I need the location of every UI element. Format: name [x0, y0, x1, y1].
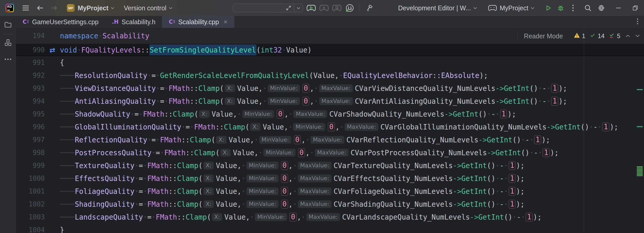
code-line-996[interactable]: 996GlobalIlluminationQuality·=·FMath::Cl…: [16, 120, 644, 133]
code-line-997[interactable]: 997ReflectionQuality·=·FMath::Clamp(X:Va…: [16, 133, 644, 146]
code-token: CVarFoliageQuality_NumLevels: [334, 187, 453, 195]
line-number[interactable]: 998: [16, 149, 45, 157]
reader-mode-label[interactable]: Reader Mode: [524, 32, 563, 40]
code-line-991[interactable]: 991{: [16, 56, 644, 69]
code-line-1002[interactable]: 1002ShadingQuality·=·FMath::Clamp(X:Valu…: [16, 198, 644, 211]
code-line-1000[interactable]: 1000EffectsQuality·=·FMath::Clamp(X:Valu…: [16, 172, 644, 185]
code-token: FMath: [194, 123, 216, 131]
line-number[interactable]: 994: [16, 97, 45, 105]
line-number[interactable]: 992: [16, 72, 45, 79]
line-number[interactable]: 1000: [16, 175, 45, 182]
project-tool-window-button[interactable]: [2, 20, 14, 31]
play-game-icon[interactable]: [306, 3, 316, 13]
pause-game-icon[interactable]: [319, 3, 329, 13]
tab-scalability-cpp[interactable]: Scalability.cpp: [162, 16, 234, 28]
code-line-992[interactable]: 992ResolutionQuality·=·GetRenderScaleLev…: [16, 69, 644, 82]
chevron-down-icon[interactable]: [297, 7, 300, 9]
code-token: MinValue:: [242, 110, 274, 118]
line-number[interactable]: 996: [16, 123, 45, 131]
code-token: -: [534, 149, 538, 157]
code-token: Clamp: [177, 187, 198, 195]
more-tool-windows-button[interactable]: [2, 53, 14, 65]
line-number[interactable]: 995: [16, 110, 45, 118]
code-token: ·: [242, 161, 246, 170]
code-line-1003[interactable]: 1003LandscapeQuality·=·FMath::Clamp(X:Va…: [16, 211, 644, 223]
scrollbar-change-mark[interactable]: [637, 126, 643, 127]
code-line-1001[interactable]: 1001FoliageQuality·=·FMath::Clamp(X:Valu…: [16, 185, 644, 198]
typos-indicator[interactable]: 5: [609, 32, 620, 40]
code-token: Clamp: [186, 213, 207, 221]
next-problem-button[interactable]: [635, 34, 640, 38]
more-actions-button[interactable]: [568, 3, 578, 13]
tab-list-button[interactable]: [637, 16, 638, 28]
code-line-994[interactable]: 994AntiAliasingQuality·=·FMath::Clamp(X:…: [16, 95, 644, 108]
scrollbar-change-mark[interactable]: [637, 89, 643, 90]
debug-button[interactable]: [556, 3, 566, 13]
code-token: 1: [602, 123, 609, 131]
run-target-selector[interactable]: MyProject: [500, 4, 528, 12]
code-token: ->: [547, 123, 555, 131]
back-button[interactable]: [35, 3, 45, 13]
code-line-998[interactable]: 998PostProcessQuality·=·FMath::Clamp(X:V…: [16, 146, 644, 159]
code-token: (: [198, 161, 203, 170]
tab-scalability-h[interactable]: Scalability.h: [105, 16, 162, 28]
unreal-engine-icon[interactable]: [345, 3, 355, 13]
line-number[interactable]: 1004: [16, 226, 45, 233]
line-number[interactable]: 1002: [16, 200, 45, 208]
settings-button[interactable]: [596, 3, 606, 13]
forward-button[interactable]: [49, 3, 59, 13]
version-control-menu[interactable]: Version control: [124, 4, 166, 12]
line-number[interactable]: 990: [16, 46, 45, 54]
code-token: ->: [487, 149, 495, 157]
code-token: );: [516, 174, 524, 183]
structure-tool-window-button[interactable]: [2, 37, 14, 49]
main-menu-button[interactable]: [21, 3, 31, 13]
line-number[interactable]: 999: [16, 162, 45, 169]
warnings-indicator[interactable]: 1: [574, 32, 585, 40]
code-token: ·: [293, 187, 297, 195]
close-tab-icon[interactable]: [223, 20, 228, 24]
passed-inspections-indicator[interactable]: 14: [589, 32, 605, 40]
tab-gameusersettings-cpp[interactable]: GameUserSettings.cpp: [16, 16, 105, 28]
code-line-995[interactable]: 995ShadowQuality·=·FMath::Clamp(X:Value,…: [16, 108, 644, 120]
code-token: }: [60, 226, 64, 233]
code-token: );: [516, 161, 524, 170]
search-input[interactable]: [233, 4, 283, 12]
goto-declaration-icon[interactable]: ⇄: [45, 46, 60, 54]
previous-problem-button[interactable]: [625, 34, 630, 38]
code-token: -: [542, 97, 547, 105]
line-number[interactable]: 1003: [16, 213, 45, 221]
code-editor[interactable]: 194namespace·Scalability990⇄void·FQualit…: [16, 28, 644, 233]
code-token: CVarAntiAliasingQuality_NumLevels: [355, 97, 495, 105]
line-number[interactable]: 1001: [16, 187, 45, 195]
scrollbar-change-marks[interactable]: [637, 166, 643, 177]
code-token: ::: [141, 46, 149, 54]
line-number[interactable]: 997: [16, 136, 45, 144]
minimize-button[interactable]: [613, 3, 623, 13]
expand-icon[interactable]: [286, 5, 291, 11]
line-number[interactable]: 194: [16, 32, 45, 40]
line-number[interactable]: 991: [16, 59, 45, 66]
stop-game-icon[interactable]: [332, 3, 342, 13]
run-button[interactable]: [543, 3, 553, 13]
line-number[interactable]: 993: [16, 84, 45, 92]
code-line-999[interactable]: 999TextureQuality·=·FMath::Clamp(X:Value…: [16, 159, 644, 172]
code-token: ·: [495, 161, 500, 170]
search-everywhere-button[interactable]: [583, 3, 593, 13]
code-line-990[interactable]: 990⇄void·FQualityLevels::SetFromSingleQu…: [16, 44, 644, 56]
code-token: 0: [294, 135, 301, 144]
code-token: ·: [538, 84, 542, 92]
code-token: CVarLandscapeQuality_NumLevels: [342, 213, 470, 221]
maximize-restore-button[interactable]: [630, 3, 640, 13]
code-token: FMath: [156, 213, 177, 221]
project-selector[interactable]: MyProject: [78, 4, 108, 12]
code-token: ·: [135, 161, 139, 170]
code-token: CVarPostProcessQuality_NumLevels: [351, 149, 487, 157]
code-line-1004[interactable]: 1004}: [16, 223, 644, 233]
run-configuration-selector[interactable]: Development Editor | W...: [398, 4, 471, 12]
run-configuration-search-box[interactable]: [233, 4, 303, 12]
inspection-widget[interactable]: Reader Mode 1 14: [517, 31, 640, 41]
build-icon[interactable]: [364, 3, 375, 13]
code-token: FMath: [147, 161, 168, 170]
code-line-993[interactable]: 993ViewDistanceQuality·=·FMath::Clamp(X:…: [16, 82, 644, 95]
